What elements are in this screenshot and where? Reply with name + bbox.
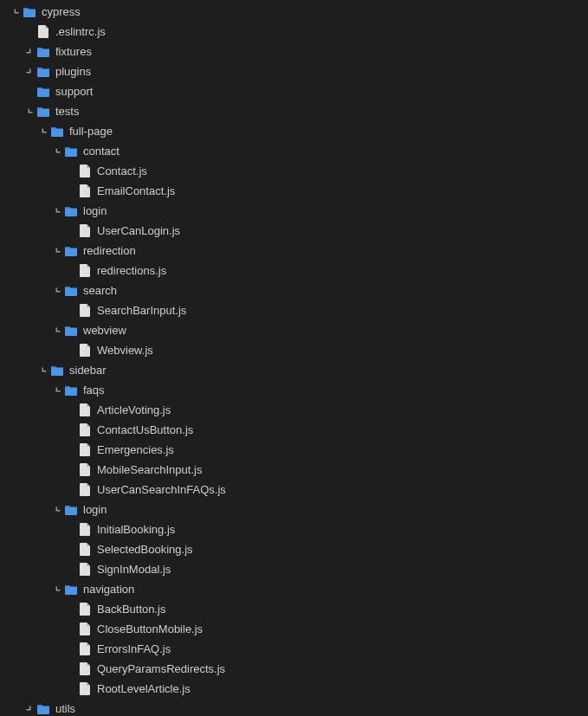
folder-icon [64,583,78,597]
tree-row-UserCanSearchInFAQs-js[interactable]: UserCanSearchInFAQs.js [0,480,588,500]
folder-icon [64,145,78,158]
tree-row-Contact-js[interactable]: Contact.js [0,161,588,181]
tree-item-label: ErrorsInFAQ.js [97,642,171,655]
chevron-spacer [64,304,78,318]
chevron-spacer [64,662,78,676]
chevron-down-icon[interactable] [23,105,36,119]
tree-item-label: login [83,204,107,217]
tree-row-plugins[interactable]: plugins [0,61,588,81]
file-icon [78,304,92,318]
file-icon [78,184,92,198]
tree-row-sidebar[interactable]: sidebar [0,360,588,380]
tree-row-webview[interactable]: webview [0,320,588,340]
chevron-down-icon[interactable] [50,145,64,158]
folder-icon [36,105,50,119]
chevron-right-icon[interactable] [23,45,36,59]
tree-row-login[interactable]: login [0,201,588,221]
folder-icon [64,244,78,258]
tree-item-label: cypress [42,5,81,18]
chevron-down-icon[interactable] [50,384,64,397]
chevron-right-icon[interactable] [23,702,36,716]
tree-item-label: full-page [69,125,113,138]
tree-item-label: EmailContact.js [97,184,175,197]
tree-row-QueryParamsRedirects-js[interactable]: QueryParamsRedirects.js [0,659,588,679]
tree-row-SearchBarInput-js[interactable]: SearchBarInput.js [0,300,588,320]
chevron-down-icon[interactable] [50,244,64,258]
chevron-spacer [64,642,78,656]
tree-row-redirections-js[interactable]: redirections.js [0,261,588,281]
tree-row-ArticleVoting-js[interactable]: ArticleVoting.js [0,400,588,420]
chevron-down-icon[interactable] [50,284,64,298]
tree-row-ContactUsButton-js[interactable]: ContactUsButton.js [0,420,588,440]
tree-row-login[interactable]: login [0,500,588,519]
chevron-spacer [64,463,78,477]
file-icon [78,483,92,497]
file-icon [78,224,92,238]
tree-item-label: SelectedBooking.js [97,543,193,556]
tree-row-navigation[interactable]: navigation [0,579,588,599]
file-tree: cypress .eslintrc.js fixtures plugins su… [0,2,588,716]
chevron-down-icon[interactable] [9,5,23,19]
tree-row-MobileSearchInput-js[interactable]: MobileSearchInput.js [0,460,588,480]
folder-icon [64,384,78,397]
folder-icon [36,45,50,59]
tree-row-Emergencies-js[interactable]: Emergencies.js [0,440,588,460]
tree-item-label: webview [83,324,126,337]
tree-item-label: MobileSearchInput.js [97,463,202,476]
folder-icon [23,5,36,19]
chevron-down-icon[interactable] [50,324,64,338]
chevron-spacer [64,403,78,417]
chevron-spacer [64,164,78,178]
tree-item-label: UserCanLogin.js [97,224,180,237]
tree-row-redirection[interactable]: redirection [0,241,588,261]
tree-row-support[interactable]: support [0,81,588,101]
tree-row-Webview-js[interactable]: Webview.js [0,340,588,360]
tree-item-label: sidebar [69,364,107,377]
tree-item-label: tests [55,105,79,118]
chevron-down-icon[interactable] [50,583,64,597]
tree-item-label: RootLevelArticle.js [97,682,191,695]
tree-row-tests[interactable]: tests [0,101,588,121]
folder-icon [36,65,50,79]
folder-icon [50,125,64,139]
file-icon [78,622,92,636]
tree-item-label: support [55,85,93,98]
tree-row-fixtures[interactable]: fixtures [0,42,588,61]
tree-row-cypress[interactable]: cypress [0,2,588,22]
chevron-none-icon [23,85,36,99]
chevron-spacer [23,25,36,39]
tree-item-label: ArticleVoting.js [97,403,171,416]
tree-item-label: Contact.js [97,164,147,177]
tree-item-label: ContactUsButton.js [97,423,193,436]
tree-row-SignInModal-js[interactable]: SignInModal.js [0,559,588,579]
tree-row-BackButton-js[interactable]: BackButton.js [0,599,588,619]
tree-row-search[interactable]: search [0,281,588,300]
tree-item-label: fixtures [55,45,92,58]
chevron-spacer [64,563,78,577]
tree-row-InitialBooking-js[interactable]: InitialBooking.js [0,519,588,539]
tree-row-ErrorsInFAQ-js[interactable]: ErrorsInFAQ.js [0,639,588,659]
chevron-spacer [64,682,78,696]
tree-item-label: navigation [83,583,134,596]
tree-row--eslintrc-js[interactable]: .eslintrc.js [0,22,588,42]
chevron-down-icon[interactable] [36,125,50,139]
tree-item-label: plugins [55,65,91,78]
chevron-spacer [64,543,78,557]
chevron-down-icon[interactable] [36,364,50,377]
tree-row-faqs[interactable]: faqs [0,380,588,400]
chevron-down-icon[interactable] [50,503,64,517]
chevron-spacer [64,483,78,497]
tree-row-SelectedBooking-js[interactable]: SelectedBooking.js [0,539,588,559]
file-icon [78,264,92,278]
tree-row-contact[interactable]: contact [0,141,588,161]
tree-row-CloseButtonMobile-js[interactable]: CloseButtonMobile.js [0,619,588,639]
chevron-spacer [64,523,78,537]
tree-row-full-page[interactable]: full-page [0,121,588,141]
folder-icon [36,85,50,99]
tree-row-utils[interactable]: utils [0,699,588,716]
chevron-right-icon[interactable] [23,65,36,79]
tree-row-RootLevelArticle-js[interactable]: RootLevelArticle.js [0,679,588,699]
tree-row-UserCanLogin-js[interactable]: UserCanLogin.js [0,221,588,241]
tree-row-EmailContact-js[interactable]: EmailContact.js [0,181,588,201]
chevron-down-icon[interactable] [50,204,64,218]
